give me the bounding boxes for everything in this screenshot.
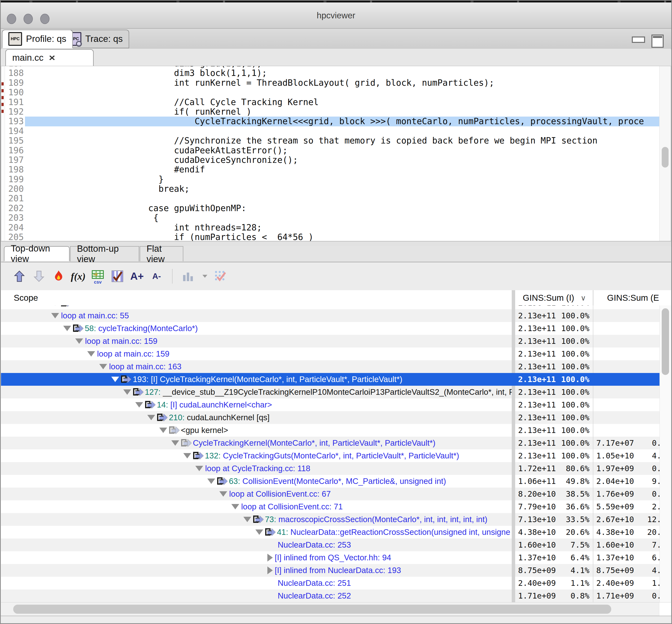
tree-row[interactable]: 63: CollisionEvent(MonteCarlo*, MC_Parti… — [1, 475, 671, 488]
tab-profile[interactable]: HPC Profile: qs — [2, 30, 73, 48]
tree-row[interactable]: 127: __device_stub__Z19CycleTrackingKern… — [1, 386, 671, 398]
collapse-arrow-icon[interactable] — [207, 478, 215, 484]
column-divider[interactable] — [512, 290, 515, 305]
collapse-arrow-icon[interactable] — [231, 504, 239, 510]
tab-main-cc[interactable]: main.cc × — [5, 49, 94, 66]
editor-scrollbar-thumb[interactable] — [662, 147, 669, 167]
metric2-column-header[interactable]: GINS:Sum (E — [607, 290, 659, 305]
metric-value: 5.59e+09 — [596, 500, 634, 513]
code-line[interactable]: 191 //Call Cycle Tracking Kernel — [1, 98, 661, 107]
collapse-arrow-icon[interactable] — [255, 529, 263, 535]
collapse-arrow-icon[interactable] — [219, 491, 227, 497]
tree-row[interactable]: [I] inlined from QS_Vector.hh: 941.37e+1… — [1, 551, 671, 564]
tab-top-down-view[interactable]: Top-down view — [4, 246, 70, 261]
tree-row[interactable]: loop at main.cc: 1592.13e+11100.0% — [1, 335, 671, 347]
graph-metrics-icon[interactable] — [181, 270, 195, 283]
collapse-arrow-icon[interactable] — [51, 313, 59, 318]
export-csv-icon[interactable]: csv — [91, 270, 104, 283]
tree-scrollbar-thumb[interactable] — [662, 308, 669, 375]
tree-row[interactable]: loop at main.cc: 1592.13e+11100.0% — [1, 347, 671, 360]
tree-row[interactable]: NuclearData.cc: 2531.60e+107.5%1.60e+107… — [1, 539, 671, 551]
tree-row[interactable]: NuclearData.cc: 2521.71e+090.8%1.71e+090… — [1, 590, 671, 602]
collapse-arrow-icon[interactable] — [87, 351, 95, 357]
collapse-arrow-icon[interactable] — [171, 440, 179, 446]
column-divider — [512, 322, 515, 335]
tree-row[interactable]: CycleTrackingKernel(MonteCarlo*, int, Pa… — [1, 437, 671, 449]
tab-top-down-label: Top-down view — [11, 243, 63, 264]
hot-path-icon[interactable] — [52, 270, 65, 283]
expand-arrow-icon[interactable] — [267, 554, 273, 562]
editor-vertical-scrollbar[interactable] — [659, 66, 671, 241]
collapse-arrow-icon[interactable] — [135, 402, 143, 408]
code-line[interactable]: 198 #endif — [1, 165, 661, 174]
collapse-arrow-icon[interactable] — [183, 453, 191, 459]
tab-flat-view[interactable]: Flat view — [140, 246, 183, 261]
titlebar[interactable]: hpcviewer — [0, 2, 672, 29]
tree-row[interactable]: 132: CycleTrackingGuts(MonteCarlo*, int,… — [1, 449, 671, 462]
tree-row[interactable]: NuclearData.cc: 2512.40e+091.1%2.40e+091… — [1, 577, 671, 590]
collapse-arrow-icon[interactable] — [111, 376, 119, 382]
metric1-column-header[interactable]: GINS:Sum (I) ∨ — [523, 290, 586, 305]
tree-row[interactable]: loop at main.cc: 552.13e+11100.0% — [1, 309, 671, 322]
tree-row[interactable]: 41: NuclearData::getReactionCrossSection… — [1, 526, 671, 539]
tree-row[interactable]: 14: [I] cudaLaunchKernel<char>2.13e+1110… — [1, 398, 671, 411]
tree-row[interactable]: [I] inlined from NuclearData.cc: 1938.75… — [1, 564, 671, 577]
code-line[interactable]: 205 if (numParticles < 64*56 ) — [1, 232, 661, 241]
collapse-arrow-icon[interactable] — [99, 364, 107, 369]
code-line[interactable]: 199 } — [1, 175, 661, 184]
tree-row[interactable]: 2.13e+11100.0% — [1, 305, 671, 309]
tree-row[interactable]: 210: cudaLaunchKernel [qs]2.13e+11100.0% — [1, 411, 671, 424]
tree-row[interactable]: <gpu kernel>2.13e+11100.0% — [1, 424, 671, 437]
collapse-arrow-icon[interactable] — [75, 338, 83, 344]
derived-metric-icon[interactable]: f(x) — [72, 270, 85, 283]
code-line[interactable]: 194 — [1, 126, 661, 136]
code-line[interactable]: 202 case gpuWithOpenMP: — [1, 204, 661, 213]
line-number: 191 — [5, 98, 24, 107]
font-decrease-icon[interactable]: A- — [150, 270, 163, 283]
move-down-icon[interactable] — [32, 270, 46, 283]
code-line[interactable]: 188 dim3 block(1,1,1); — [1, 68, 661, 78]
tree-row[interactable]: 73: macroscopicCrossSection(MonteCarlo*,… — [1, 513, 671, 526]
collapse-arrow-icon[interactable] — [159, 427, 167, 433]
source-editor[interactable]: 187 dim3 grid(1,1,1);188 dim3 block(1,1,… — [1, 66, 671, 241]
tree-vertical-scrollbar[interactable] — [659, 305, 671, 602]
collapse-arrow-icon[interactable] — [243, 517, 251, 522]
tree-row[interactable]: loop at CollisionEvent.cc: 678.20e+1038.… — [1, 488, 671, 500]
code-line[interactable]: 200 break; — [1, 184, 661, 194]
code-line-highlighted[interactable]: 193 CycleTrackingKernel<<<grid, block >>… — [1, 116, 661, 126]
column-selection-icon[interactable] — [111, 270, 124, 283]
code-line[interactable]: 197 cudaDeviceSynchronize(); — [1, 155, 661, 165]
code-line[interactable]: 195 //Synchronize the stream so that mem… — [1, 136, 661, 146]
code-line[interactable]: 201 — [1, 194, 661, 203]
code-line[interactable]: 190 — [1, 88, 661, 97]
code-line[interactable]: 196 cudaPeekAtLastError(); — [1, 146, 661, 155]
collapse-arrow-icon[interactable] — [147, 415, 155, 420]
thread-view-icon[interactable] — [214, 270, 227, 283]
collapse-arrow-icon[interactable] — [51, 305, 59, 306]
metric-inclusive-cell: 2.13e+11100.0% — [515, 335, 593, 347]
code-line[interactable]: 189 int runKernel = ThreadBlockLayout( g… — [1, 78, 661, 88]
tree-row[interactable]: loop at CollisionEvent.cc: 717.79e+1036.… — [1, 500, 671, 513]
move-up-icon[interactable] — [13, 270, 26, 283]
tab-bottom-up-view[interactable]: Bottom-up view — [70, 246, 139, 261]
collapse-arrow-icon[interactable] — [123, 389, 131, 395]
code-line[interactable]: 192 if( runKernel ) — [1, 107, 661, 116]
tree-row[interactable]: 58: cycleTracking(MonteCarlo*)2.13e+1110… — [1, 322, 671, 335]
tree-row[interactable]: loop at CycleTracking.cc: 1181.72e+1180.… — [1, 462, 671, 475]
code-line[interactable]: 204 int nthreads=128; — [1, 223, 661, 232]
tree-row-selected[interactable]: 193: [I] CycleTrackingKernel(MonteCarlo*… — [1, 373, 671, 386]
tree-horizontal-scrollbar[interactable] — [1, 602, 671, 616]
tree-row[interactable]: loop at main.cc: 1632.13e+11100.0% — [1, 360, 671, 373]
collapse-arrow-icon[interactable] — [63, 326, 71, 331]
close-icon[interactable]: × — [49, 53, 55, 63]
scope-column-header[interactable]: Scope — [14, 290, 38, 305]
collapse-arrow-icon[interactable] — [195, 466, 203, 471]
metric-percent-clipped: 12. — [647, 513, 662, 526]
horizontal-scrollbar-thumb[interactable] — [13, 605, 611, 614]
minimize-view-icon[interactable] — [632, 36, 645, 43]
maximize-view-icon[interactable] — [651, 34, 664, 48]
font-increase-icon[interactable]: A+ — [130, 270, 144, 283]
code-line[interactable]: 203 { — [1, 213, 661, 223]
expand-arrow-icon[interactable] — [267, 567, 273, 574]
dropdown-arrow-icon[interactable] — [202, 275, 207, 278]
